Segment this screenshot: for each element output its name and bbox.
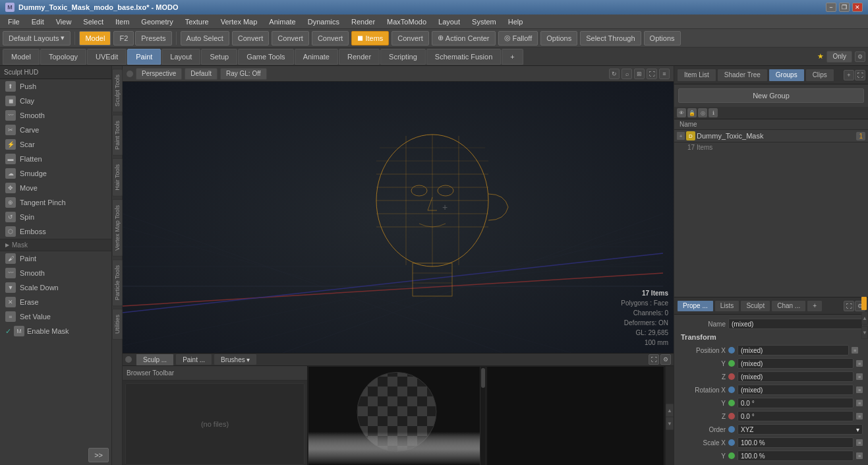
texture-scrollbar[interactable] bbox=[480, 367, 485, 465]
menu-item-dynamics[interactable]: Dynamics bbox=[303, 16, 345, 27]
orange-side-indicator[interactable] bbox=[861, 297, 867, 310]
main-tab-layout[interactable]: Layout bbox=[161, 49, 200, 65]
model-tab-button[interactable]: Model bbox=[79, 31, 111, 46]
only-button[interactable]: Only bbox=[826, 51, 852, 63]
menu-item-animate[interactable]: Animate bbox=[264, 16, 301, 27]
restore-button[interactable]: ❐ bbox=[839, 3, 850, 12]
spin-tool[interactable]: ↺ Spin bbox=[0, 210, 111, 224]
rotation-z-expand-icon[interactable]: ≡ bbox=[856, 413, 863, 419]
close-button[interactable]: ✕ bbox=[852, 3, 863, 12]
vp-menu-icon[interactable]: ≡ bbox=[659, 69, 670, 79]
carve-tool[interactable]: ✂ Carve bbox=[0, 123, 111, 137]
right-edge-up-arrow[interactable]: ▲ bbox=[861, 311, 868, 325]
sculpt-tools-vtab[interactable]: Sculpt Tools bbox=[112, 69, 123, 112]
order-value[interactable]: XYZ ▾ bbox=[738, 424, 863, 435]
push-tool[interactable]: ⬆ Push bbox=[0, 79, 111, 94]
channels-tab[interactable]: Chan ... bbox=[771, 300, 806, 312]
particle-tools-vtab[interactable]: Particle Tools bbox=[112, 259, 123, 306]
lists-tab[interactable]: Lists bbox=[714, 300, 740, 312]
emboss-tool[interactable]: ⬡ Emboss bbox=[0, 224, 111, 239]
raygl-button[interactable]: Ray GL: Off bbox=[220, 68, 267, 80]
position-x-expand-icon[interactable]: ≡ bbox=[852, 347, 858, 354]
position-y-value[interactable]: (mixed) bbox=[738, 358, 854, 369]
rotation-x-expand-icon[interactable]: ≡ bbox=[856, 387, 863, 393]
right-add-icon[interactable]: + bbox=[844, 70, 854, 80]
convert-3-button[interactable]: Convert bbox=[312, 31, 349, 46]
main-tab-model[interactable]: Model bbox=[3, 49, 40, 65]
minimize-button[interactable]: − bbox=[826, 3, 836, 12]
main-tab-topology[interactable]: Topology bbox=[40, 49, 86, 65]
menu-item-view[interactable]: View bbox=[51, 16, 77, 27]
paint-mask-tool[interactable]: 🖌 Paint bbox=[0, 251, 111, 266]
position-x-value[interactable]: (mixed) bbox=[738, 345, 849, 356]
hair-tools-vtab[interactable]: Hair Tools bbox=[112, 158, 123, 197]
smooth-tool[interactable]: 〰 Smooth bbox=[0, 108, 111, 123]
right-edge-down-arrow[interactable]: ▼ bbox=[861, 326, 868, 339]
enable-mask-tool[interactable]: ✓ M Enable Mask bbox=[0, 324, 111, 338]
menu-item-system[interactable]: System bbox=[467, 16, 502, 27]
toolbar2-settings-icon[interactable]: ⚙ bbox=[855, 51, 865, 62]
shader-tree-tab[interactable]: Shader Tree bbox=[717, 69, 768, 82]
items-button[interactable]: ◼ Items bbox=[351, 31, 389, 46]
scar-tool[interactable]: ⚡ Scar bbox=[0, 137, 111, 152]
position-z-expand-icon[interactable]: ≡ bbox=[856, 373, 863, 380]
menu-item-select[interactable]: Select bbox=[78, 16, 109, 27]
vp-rotate-icon[interactable]: ↻ bbox=[609, 69, 620, 79]
new-group-button[interactable]: New Group bbox=[678, 88, 864, 103]
smudge-tool[interactable]: ☁ Smudge bbox=[0, 166, 111, 181]
action-center-button[interactable]: ⊕ Action Center bbox=[432, 31, 496, 46]
menu-item-maxtomodo[interactable]: MaxToModo bbox=[382, 16, 432, 27]
more-tabs-button[interactable]: + bbox=[807, 300, 823, 312]
add-tab-button[interactable]: + bbox=[502, 49, 523, 65]
tangent-pinch-tool[interactable]: ⊕ Tangent Pinch bbox=[0, 195, 111, 210]
item-list-tab[interactable]: Item List bbox=[677, 69, 716, 82]
scrollbar-thumb[interactable] bbox=[481, 368, 485, 388]
viewport-menu-icon[interactable] bbox=[127, 71, 133, 77]
clips-tab[interactable]: Clips bbox=[805, 69, 834, 82]
menu-item-file[interactable]: File bbox=[3, 16, 25, 27]
menu-item-vertex-map[interactable]: Vertex Map bbox=[216, 16, 263, 27]
paint-tools-vtab[interactable]: Paint Tools bbox=[112, 115, 123, 156]
position-y-expand-icon[interactable]: ≡ bbox=[856, 360, 863, 367]
panel-up-arrow[interactable]: ▲ bbox=[666, 404, 674, 417]
paint-tab[interactable]: Paint ... bbox=[175, 354, 212, 365]
main-tab-uvedit[interactable]: UVEdit bbox=[87, 49, 127, 65]
utilities-vtab[interactable]: Utilities bbox=[112, 309, 123, 340]
convert-4-button[interactable]: Convert bbox=[391, 31, 429, 46]
3d-viewport[interactable]: X Y Z + 17 Items Polygons : Face Channel… bbox=[123, 82, 674, 353]
rotation-y-value[interactable]: 0.0 ° bbox=[738, 398, 854, 408]
presets-button[interactable]: F2 bbox=[113, 31, 134, 46]
scale-x-expand-icon[interactable]: ≡ bbox=[856, 439, 863, 446]
set-value-tool[interactable]: = Set Value bbox=[0, 309, 111, 324]
vp-expand-icon[interactable]: ⛶ bbox=[647, 69, 657, 79]
panel-down-arrow[interactable]: ▼ bbox=[666, 417, 674, 430]
convert-1-button[interactable]: Convert bbox=[232, 31, 270, 46]
clay-tool[interactable]: ◼ Clay bbox=[0, 94, 111, 108]
main-tab-scripting[interactable]: Scripting bbox=[380, 49, 426, 65]
bottom-expand-icon[interactable]: ⛶ bbox=[649, 354, 659, 365]
convert-2-button[interactable]: Convert bbox=[272, 31, 309, 46]
presets-text-button[interactable]: Presets bbox=[135, 31, 171, 46]
perspective-button[interactable]: Perspective bbox=[136, 68, 182, 80]
favorites-star-icon[interactable]: ★ bbox=[817, 52, 824, 61]
bottom-settings-icon[interactable]: ⚙ bbox=[660, 354, 671, 365]
brushes-tab[interactable]: Brushes ▾ bbox=[214, 354, 257, 365]
window-controls[interactable]: − ❐ ✕ bbox=[826, 3, 863, 12]
menu-item-render[interactable]: Render bbox=[346, 16, 380, 27]
menu-item-item[interactable]: Item bbox=[110, 16, 134, 27]
rotation-x-value[interactable]: (mixed) bbox=[738, 385, 854, 395]
falloff-button[interactable]: ◎ Falloff bbox=[498, 31, 538, 46]
smooth-mask-tool[interactable]: 〰 Smooth bbox=[0, 266, 111, 280]
name-prop-value[interactable]: (mixed) bbox=[728, 319, 863, 329]
main-tab-animate[interactable]: Animate bbox=[295, 49, 338, 65]
menu-item-edit[interactable]: Edit bbox=[26, 16, 49, 27]
props-expand-icon[interactable]: ⛶ bbox=[844, 301, 854, 311]
scale-y-value[interactable]: 100.0 % bbox=[738, 450, 854, 461]
erase-tool[interactable]: ✕ Erase bbox=[0, 295, 111, 309]
menu-item-help[interactable]: Help bbox=[503, 16, 529, 27]
position-z-value[interactable]: (mixed) bbox=[738, 371, 854, 382]
scale-down-tool[interactable]: ▼ Scale Down bbox=[0, 280, 111, 295]
scale-x-value[interactable]: 100.0 % bbox=[738, 437, 854, 448]
vertex-map-tools-vtab[interactable]: Vertex Map Tools bbox=[112, 199, 123, 257]
options-2-button[interactable]: Options bbox=[644, 31, 681, 46]
